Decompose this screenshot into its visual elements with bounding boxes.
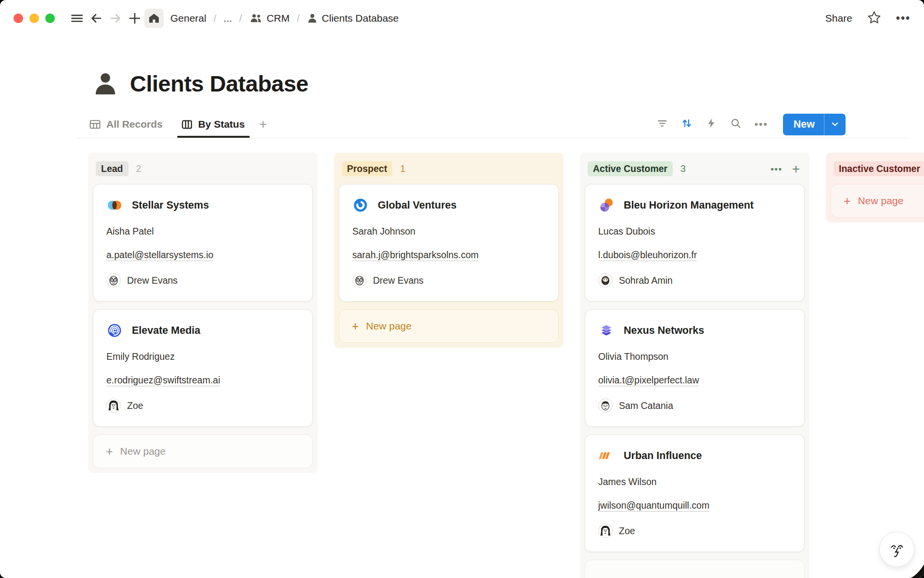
column-add-card-icon[interactable]: + (792, 164, 800, 174)
record-card-bleu-horizon[interactable]: Bleu Horizon Management Lucas Dubois l.d… (585, 184, 805, 302)
people-icon (249, 13, 262, 24)
close-window-button[interactable] (13, 13, 23, 23)
view-toolbar: ••• New (656, 114, 846, 135)
column-prospect: Prospect 1 Global Ventures Sarah Johnson… (334, 153, 564, 348)
contact-email[interactable]: olivia.t@pixelperfect.law (598, 375, 791, 386)
blue-spiral-icon (106, 322, 123, 339)
breadcrumb-label: Clients Database (322, 13, 399, 24)
venn-circles-icon (106, 197, 123, 213)
record-card-global-ventures[interactable]: Global Ventures Sarah Johnson sarah.j@br… (339, 184, 559, 302)
home-icon[interactable] (144, 9, 164, 28)
avatar-drew-evans (352, 273, 367, 288)
tab-label: All Records (106, 118, 163, 130)
record-card-stellar-systems[interactable]: Stellar Systems Aisha Patel a.patel@stel… (93, 184, 313, 302)
app-window: General / ... / CRM / Clients Database S… (0, 0, 924, 578)
sort-icon[interactable] (681, 118, 693, 131)
column-count: 3 (680, 163, 686, 174)
table-icon (89, 118, 101, 131)
owner-name: Drew Evans (373, 275, 424, 286)
owner-name: Zoe (127, 400, 143, 411)
company-name: Bleu Horizon Management (624, 199, 754, 211)
share-button[interactable]: Share (825, 13, 852, 24)
company-name: Urban Influence (624, 450, 702, 462)
plus-icon: + (352, 319, 359, 333)
avatar-sam-catania (598, 398, 613, 413)
face-logo-icon (885, 537, 910, 562)
blue-refresh-icon (352, 197, 369, 213)
column-header[interactable]: Inactive Customer (831, 158, 924, 184)
status-badge: Inactive Customer (834, 161, 924, 176)
breadcrumb-item-crm[interactable]: CRM (246, 13, 293, 24)
status-badge: Lead (96, 161, 128, 176)
menu-icon[interactable] (67, 9, 87, 28)
mouse-cursor (908, 564, 924, 578)
plus-icon: + (844, 194, 851, 208)
column-header[interactable]: Lead 2 (93, 158, 313, 184)
new-page-button[interactable]: + New page (831, 184, 924, 218)
minimize-window-button[interactable] (29, 13, 39, 23)
breadcrumb-item-collapsed[interactable]: ... (221, 13, 235, 24)
breadcrumb-separator: / (237, 13, 244, 24)
search-icon[interactable] (730, 118, 742, 131)
contact-email[interactable]: e.rodriguez@swiftstream.ai (106, 375, 299, 386)
column-count: 2 (136, 163, 141, 174)
record-card-elevate-media[interactable]: Elevate Media Emily Rodriguez e.rodrigue… (93, 309, 313, 427)
favorite-star-icon[interactable] (867, 10, 882, 27)
contact-name: Emily Rodriguez (106, 351, 299, 362)
column-lead: Lead 2 Stellar Systems Aisha Patel a.pat… (88, 153, 318, 473)
new-page-button[interactable]: + New page (93, 434, 313, 468)
back-arrow-icon[interactable] (87, 9, 106, 28)
record-card-nexus-networks[interactable]: Nexus Networks Olivia Thompson olivia.t@… (585, 309, 805, 427)
tab-all-records[interactable]: All Records (89, 118, 163, 131)
view-bar: All Records By Status + ••• New (0, 110, 924, 138)
view-options-icon[interactable]: ••• (755, 118, 768, 130)
page-header: Clients Database (92, 70, 924, 97)
breadcrumb-separator: / (295, 13, 302, 24)
chevron-down-icon[interactable] (824, 114, 846, 135)
avatar-drew-evans (106, 273, 121, 288)
person-icon (92, 71, 118, 97)
add-view-icon[interactable]: + (259, 117, 267, 132)
record-card-urban-influence[interactable]: Urban Influence James Wilson jwilson@qua… (585, 434, 805, 552)
new-tab-icon[interactable] (125, 9, 144, 28)
contact-email[interactable]: sarah.j@brightsparksolns.com (352, 250, 545, 261)
tab-by-status[interactable]: By Status (181, 118, 245, 131)
breadcrumb-label: CRM (267, 13, 290, 24)
person-icon (307, 13, 318, 24)
more-options-icon[interactable]: ••• (896, 12, 911, 25)
new-page-button[interactable] (585, 560, 805, 578)
new-page-button[interactable]: + New page (339, 309, 559, 343)
contact-name: James Wilson (598, 476, 791, 487)
column-options-icon[interactable]: ••• (770, 164, 782, 174)
breadcrumb-item-general[interactable]: General (167, 13, 209, 24)
new-record-button[interactable]: New (783, 114, 846, 135)
breadcrumb-item-clients-database[interactable]: Clients Database (304, 13, 402, 24)
contact-email[interactable]: jwilson@quantumquill.com (598, 500, 791, 511)
company-name: Elevate Media (132, 325, 200, 337)
traffic-lights (13, 13, 55, 23)
column-header[interactable]: Prospect 1 (339, 158, 559, 184)
zoom-window-button[interactable] (45, 13, 55, 23)
avatar-zoe (106, 398, 121, 413)
breadcrumb-separator: / (211, 13, 219, 24)
orange-slashes-icon (598, 447, 615, 464)
owner-name: Drew Evans (127, 275, 178, 286)
contact-name: Lucas Dubois (598, 226, 791, 237)
indigo-layers-icon (598, 322, 615, 339)
automation-lightning-icon[interactable] (706, 118, 717, 131)
new-page-label: New page (366, 320, 412, 332)
filter-icon[interactable] (656, 118, 668, 131)
avatar-sohrab-amin (598, 273, 613, 288)
contact-email[interactable]: l.dubois@bleuhorizon.fr (598, 250, 791, 261)
column-inactive-customer: Inactive Customer + New page (826, 153, 924, 223)
column-active-customer: Active Customer 3 ••• + Bleu Horizon Man… (580, 153, 809, 578)
contact-name: Olivia Thompson (598, 351, 791, 362)
assistant-face-button[interactable] (879, 532, 914, 567)
status-badge: Prospect (342, 161, 392, 176)
forward-arrow-icon[interactable] (106, 9, 125, 28)
new-button-label: New (783, 114, 824, 135)
column-header[interactable]: Active Customer 3 ••• + (585, 158, 805, 184)
page-title: Clients Database (130, 70, 308, 97)
contact-email[interactable]: a.patel@stellarsystems.io (106, 250, 299, 261)
breadcrumb: General / ... / CRM / Clients Database (167, 13, 402, 24)
